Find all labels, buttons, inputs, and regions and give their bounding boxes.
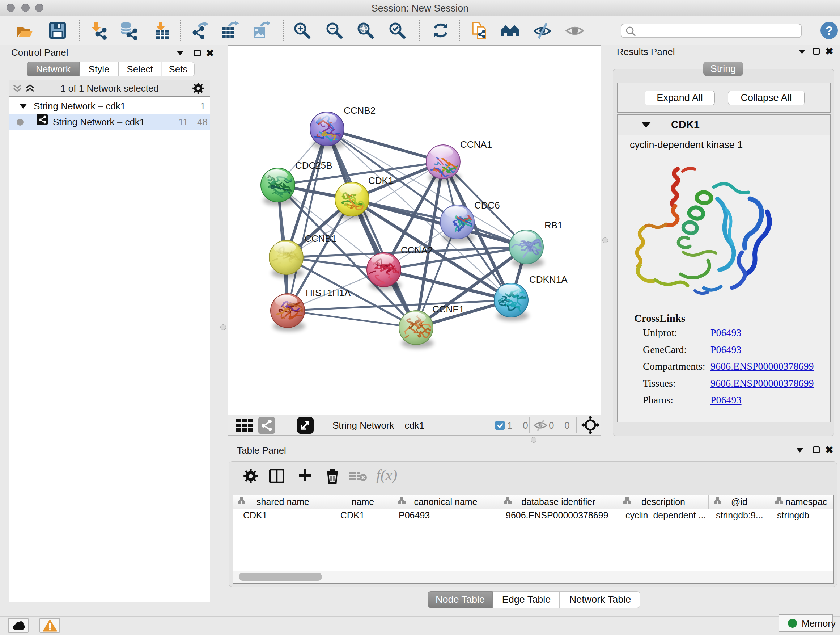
- svg-text:CCNB2: CCNB2: [344, 105, 376, 116]
- svg-text:CDC6: CDC6: [474, 200, 500, 211]
- svg-text:CDC25B: CDC25B: [295, 160, 332, 171]
- svg-text:CDKN1A: CDKN1A: [529, 274, 568, 285]
- svg-text:CDK1: CDK1: [368, 175, 393, 186]
- svg-text:HIST1H1A: HIST1H1A: [306, 287, 351, 298]
- svg-text:CCNA1: CCNA1: [460, 139, 492, 150]
- svg-text:RB1: RB1: [545, 220, 563, 231]
- svg-text:CCNE1: CCNE1: [432, 304, 464, 315]
- svg-text:CCNA2: CCNA2: [401, 245, 433, 256]
- svg-text:CCNB1: CCNB1: [305, 233, 336, 244]
